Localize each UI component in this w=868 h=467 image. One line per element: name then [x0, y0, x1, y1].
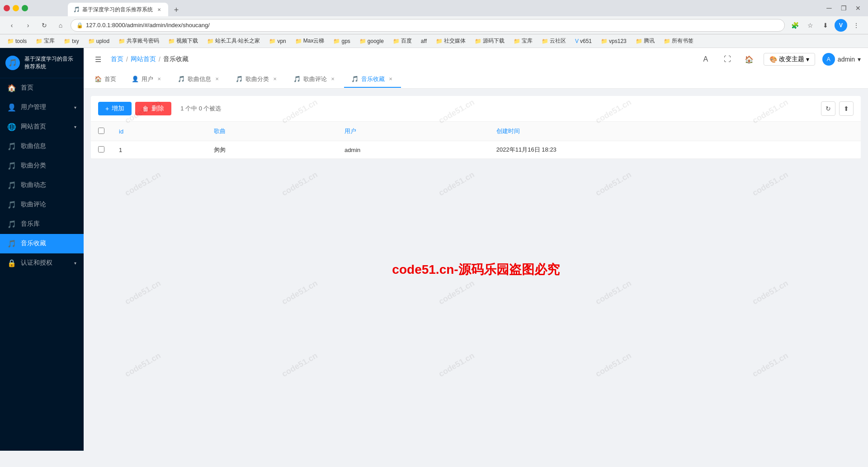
- sidebar-item-label: 歌曲信息: [21, 142, 46, 150]
- home-header-button[interactable]: 🏠: [742, 52, 756, 67]
- bookmark-social[interactable]: 📁 社交媒体: [432, 36, 469, 46]
- delete-button[interactable]: 🗑 删除: [135, 102, 171, 115]
- tab-song-comment-close[interactable]: ✕: [330, 76, 336, 82]
- breadcrumb-website[interactable]: 网站首页: [131, 55, 156, 63]
- bookmark-password[interactable]: 📁 共享账号密码: [115, 36, 163, 46]
- tab-user[interactable]: 👤 用户 ✕: [124, 71, 170, 88]
- bookmark-label: 宝库: [522, 37, 533, 45]
- bookmark-vps123[interactable]: 📁 vps123: [597, 37, 630, 45]
- toolbar-left: + 增加 🗑 删除 1 个中 0 个被选: [98, 102, 221, 115]
- sidebar-item-song-category[interactable]: 🎵 歌曲分类: [0, 156, 84, 176]
- extensions-btn[interactable]: 🧩: [788, 19, 801, 32]
- main-content: ☰ 首页 / 网站首页 / 音乐收藏 A ⛶ 🏠 🎨 改变主题 ▾: [84, 48, 868, 451]
- bookmark-tencent[interactable]: 📁 腾讯: [632, 36, 658, 46]
- bookmark-baoku[interactable]: 📁 宝库: [32, 36, 58, 46]
- trash-icon: 🗑: [142, 105, 149, 112]
- font-size-button[interactable]: A: [698, 52, 713, 67]
- bookmark-cloud[interactable]: 📁 云社区: [538, 36, 570, 46]
- bookmark-webmaster[interactable]: 📁 站长工具·站长之家: [203, 36, 264, 46]
- bookmark-google[interactable]: 📁 google: [356, 37, 387, 45]
- tab-song-comment[interactable]: 🎵 歌曲评论 ✕: [286, 71, 343, 88]
- bookmark-v651[interactable]: V v651: [571, 37, 595, 45]
- add-button[interactable]: + 增加: [98, 102, 132, 115]
- watermark-14: code51.cn: [594, 278, 633, 306]
- bookmark-baidu[interactable]: 📁 百度: [389, 36, 415, 46]
- export-button[interactable]: ⬆: [839, 101, 854, 116]
- folder-icon: 📁: [207, 38, 214, 44]
- home-button[interactable]: ⌂: [54, 19, 67, 32]
- maximize-window-button[interactable]: [22, 5, 28, 11]
- header-right: A ⛶ 🏠 🎨 改变主题 ▾ A admin ▾: [698, 52, 861, 67]
- bookmark-aff[interactable]: aff: [417, 37, 430, 45]
- bookmark-vpn[interactable]: 📁 vpn: [265, 37, 289, 45]
- admin-info[interactable]: A admin ▾: [822, 53, 861, 66]
- new-tab-button[interactable]: +: [170, 4, 183, 16]
- tab-home[interactable]: 🏠 首页: [87, 71, 123, 88]
- sidebar-item-home[interactable]: 🏠 首页: [0, 78, 84, 98]
- col-created-time[interactable]: 创建时间: [489, 122, 861, 141]
- bookmark-all[interactable]: 📁 所有书签: [660, 36, 697, 46]
- tab-close-button[interactable]: ✕: [156, 6, 163, 13]
- sidebar-item-music-lib[interactable]: 🎵 音乐库: [0, 214, 84, 234]
- sidebar-item-song-info[interactable]: 🎵 歌曲信息: [0, 137, 84, 156]
- watermark-19: code51.cn: [594, 351, 633, 379]
- profile-btn[interactable]: V: [835, 19, 847, 32]
- back-button[interactable]: ‹: [5, 19, 18, 32]
- watermark-15: code51.cn: [750, 278, 790, 306]
- refresh-button[interactable]: ↻: [821, 101, 835, 116]
- address-bar[interactable]: 🔒 127.0.0.1:8000/admin/#/admin/index/sho…: [71, 19, 785, 32]
- tab-song-info[interactable]: 🎵 歌曲信息 ✕: [170, 71, 227, 88]
- sidebar-item-music-fav[interactable]: 🎵 音乐收藏: [0, 234, 84, 253]
- bookmark-video[interactable]: 📁 视频下载: [165, 36, 202, 46]
- bookmark-maxcloud[interactable]: 📁 Max云梯: [292, 36, 328, 46]
- tab-user-close[interactable]: ✕: [156, 76, 162, 82]
- bookmark-baoku2[interactable]: 📁 宝库: [510, 36, 536, 46]
- bookmark-tools[interactable]: 📁 tools: [4, 37, 30, 45]
- folder-icon: 📁: [269, 38, 276, 44]
- col-song[interactable]: 歌曲: [207, 122, 337, 141]
- bookmark-txy[interactable]: 📁 txy: [60, 37, 82, 45]
- window-restore-btn[interactable]: ❐: [837, 2, 850, 14]
- menu-toggle-button[interactable]: ☰: [91, 52, 105, 67]
- tab-music-fav[interactable]: 🎵 音乐收藏 ✕: [344, 71, 401, 88]
- forward-button[interactable]: ›: [22, 19, 34, 32]
- col-id[interactable]: id: [112, 122, 207, 141]
- tab-song-info-close[interactable]: ✕: [214, 76, 220, 82]
- close-window-button[interactable]: [4, 5, 10, 11]
- theme-change-button[interactable]: 🎨 改变主题 ▾: [764, 53, 815, 66]
- sidebar-item-label: 网站首页: [21, 123, 46, 131]
- bookmarks-bar: 📁 tools 📁 宝库 📁 txy 📁 uplod 📁 共享账号密码 📁 视频…: [0, 34, 868, 48]
- minimize-window-button[interactable]: [13, 5, 19, 11]
- sidebar-item-label: 歌曲分类: [21, 162, 46, 170]
- bookmark-uplod[interactable]: 📁 uplod: [85, 37, 113, 45]
- window-minimize-btn[interactable]: ─: [823, 2, 835, 14]
- select-all-checkbox[interactable]: [98, 128, 104, 134]
- browser-active-tab[interactable]: 🎵 基于深度学习的音乐推荐系统 ✕: [68, 3, 168, 16]
- bookmark-btn[interactable]: ☆: [804, 19, 816, 32]
- download-btn[interactable]: ⬇: [819, 19, 832, 32]
- menu-btn[interactable]: ⋮: [850, 19, 863, 32]
- bookmark-source[interactable]: 📁 源码下载: [471, 36, 508, 46]
- tab-music-fav-close[interactable]: ✕: [387, 76, 394, 82]
- tab-song-category[interactable]: 🎵 歌曲分类 ✕: [228, 71, 285, 88]
- sidebar-item-website[interactable]: 🌐 网站首页 ▾: [0, 117, 84, 137]
- data-table: id 歌曲 用户 创建时间: [91, 122, 861, 159]
- row-checkbox[interactable]: [98, 146, 104, 152]
- breadcrumb-home[interactable]: 首页: [111, 55, 123, 63]
- window-close-btn[interactable]: ✕: [852, 2, 864, 14]
- bookmark-label: 源码下载: [483, 37, 505, 45]
- sidebar-item-auth[interactable]: 🔒 认证和授权 ▾: [0, 253, 84, 273]
- fullscreen-button[interactable]: ⛶: [720, 52, 735, 67]
- panel-toolbar: + 增加 🗑 删除 1 个中 0 个被选 ↻: [91, 96, 861, 122]
- browser-nav-bar: ‹ › ↻ ⌂ 🔒 127.0.0.1:8000/admin/#/admin/i…: [0, 16, 868, 34]
- tab-song-category-close[interactable]: ✕: [272, 76, 278, 82]
- breadcrumb: 首页 / 网站首页 / 音乐收藏: [111, 55, 189, 63]
- folder-icon: 📁: [64, 38, 71, 44]
- sidebar-item-user[interactable]: 👤 用户管理 ▾: [0, 98, 84, 117]
- add-label: 增加: [112, 105, 124, 113]
- col-user[interactable]: 用户: [337, 122, 489, 141]
- sidebar-item-song-dynamic[interactable]: 🎵 歌曲动态: [0, 176, 84, 195]
- reload-button[interactable]: ↻: [38, 19, 51, 32]
- sidebar-item-song-comment[interactable]: 🎵 歌曲评论: [0, 195, 84, 214]
- bookmark-gps[interactable]: 📁 gps: [330, 37, 354, 45]
